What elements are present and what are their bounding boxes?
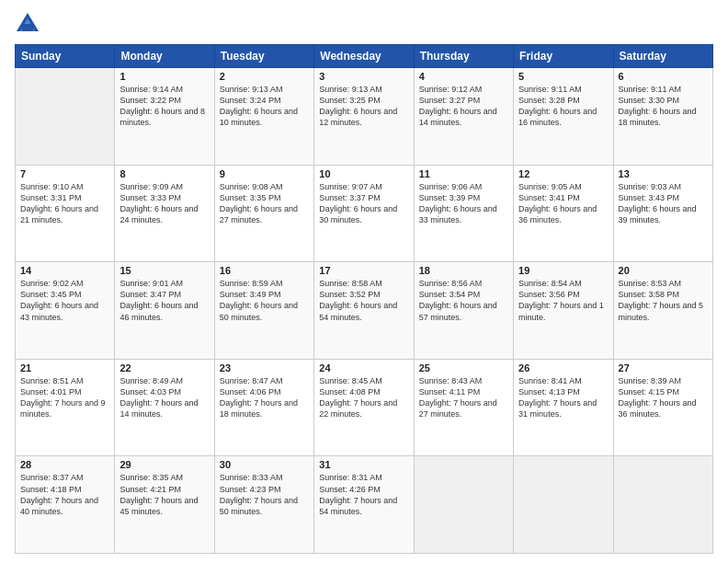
- sunset-text: Sunset: 3:41 PM: [518, 193, 580, 202]
- sunrise-text: Sunrise: 8:31 AM: [319, 473, 382, 482]
- sunset-text: Sunset: 4:21 PM: [119, 485, 181, 494]
- calendar-body: 1Sunrise: 9:14 AMSunset: 3:22 PMDaylight…: [16, 68, 713, 554]
- day-number: 18: [419, 265, 508, 276]
- sunrise-text: Sunrise: 9:03 AM: [619, 182, 682, 191]
- sunset-text: Sunset: 3:49 PM: [220, 290, 281, 299]
- daylight-text: Daylight: 6 hours and 50 minutes.: [220, 301, 298, 321]
- sunrise-text: Sunrise: 8:51 AM: [20, 376, 84, 385]
- sunset-text: Sunset: 4:13 PM: [518, 387, 580, 396]
- daylight-text: Daylight: 7 hours and 9 minutes.: [20, 398, 106, 419]
- day-detail: Sunrise: 9:06 AMSunset: 3:39 PMDaylight:…: [419, 181, 508, 226]
- day-cell: 25Sunrise: 8:43 AMSunset: 4:11 PMDayligh…: [414, 359, 513, 456]
- day-number: 20: [619, 265, 708, 276]
- sunrise-text: Sunrise: 9:11 AM: [619, 85, 682, 94]
- daylight-text: Daylight: 7 hours and 5 minutes.: [619, 301, 704, 321]
- sunrise-text: Sunrise: 9:13 AM: [319, 85, 382, 94]
- day-detail: Sunrise: 9:10 AMSunset: 3:31 PMDaylight:…: [20, 181, 109, 226]
- day-detail: Sunrise: 9:03 AMSunset: 3:43 PMDaylight:…: [619, 181, 708, 226]
- daylight-text: Daylight: 6 hours and 57 minutes.: [419, 301, 497, 321]
- sunrise-text: Sunrise: 8:58 AM: [319, 279, 382, 288]
- svg-rect-2: [22, 24, 33, 31]
- day-detail: Sunrise: 9:12 AMSunset: 3:27 PMDaylight:…: [419, 84, 508, 129]
- logo-icon: [15, 11, 40, 37]
- daylight-text: Daylight: 6 hours and 36 minutes.: [518, 204, 597, 224]
- day-cell: 18Sunrise: 8:56 AMSunset: 3:54 PMDayligh…: [414, 262, 513, 360]
- day-cell: 16Sunrise: 8:59 AMSunset: 3:49 PMDayligh…: [214, 262, 313, 360]
- page: SundayMondayTuesdayWednesdayThursdayFrid…: [0, 0, 728, 563]
- sunset-text: Sunset: 3:43 PM: [619, 193, 680, 202]
- sunset-text: Sunset: 3:28 PM: [518, 96, 580, 105]
- sunrise-text: Sunrise: 9:11 AM: [518, 85, 582, 94]
- sunrise-text: Sunrise: 9:06 AM: [419, 182, 483, 191]
- daylight-text: Daylight: 6 hours and 24 minutes.: [119, 204, 198, 224]
- daylight-text: Daylight: 7 hours and 14 minutes.: [119, 398, 198, 419]
- day-number: 24: [319, 362, 408, 373]
- sunset-text: Sunset: 4:01 PM: [20, 387, 82, 396]
- day-number: 17: [319, 265, 408, 276]
- day-detail: Sunrise: 9:02 AMSunset: 3:45 PMDaylight:…: [20, 278, 109, 323]
- day-cell: 6Sunrise: 9:11 AMSunset: 3:30 PMDaylight…: [613, 68, 712, 166]
- daylight-text: Daylight: 7 hours and 45 minutes.: [119, 496, 198, 516]
- sunrise-text: Sunrise: 9:09 AM: [119, 182, 183, 191]
- sunrise-text: Sunrise: 8:45 AM: [319, 376, 382, 385]
- sunset-text: Sunset: 3:22 PM: [119, 96, 181, 105]
- daylight-text: Daylight: 6 hours and 43 minutes.: [20, 301, 98, 321]
- day-detail: Sunrise: 8:43 AMSunset: 4:11 PMDaylight:…: [419, 375, 508, 420]
- day-number: 5: [518, 71, 608, 82]
- day-detail: Sunrise: 9:13 AMSunset: 3:25 PMDaylight:…: [319, 84, 408, 129]
- sunrise-text: Sunrise: 8:59 AM: [220, 279, 283, 288]
- day-detail: Sunrise: 8:58 AMSunset: 3:52 PMDaylight:…: [319, 278, 408, 323]
- day-cell: 8Sunrise: 9:09 AMSunset: 3:33 PMDaylight…: [115, 165, 214, 262]
- sunrise-text: Sunrise: 8:39 AM: [619, 376, 682, 385]
- day-number: 25: [419, 362, 508, 373]
- sunrise-text: Sunrise: 9:12 AM: [419, 85, 483, 94]
- week-row-5: 28Sunrise: 8:37 AMSunset: 4:18 PMDayligh…: [16, 456, 713, 554]
- sunrise-text: Sunrise: 9:13 AM: [220, 85, 283, 94]
- week-row-2: 7Sunrise: 9:10 AMSunset: 3:31 PMDaylight…: [16, 165, 713, 262]
- day-number: 2: [220, 71, 309, 82]
- day-cell: 22Sunrise: 8:49 AMSunset: 4:03 PMDayligh…: [115, 359, 214, 456]
- day-cell: 10Sunrise: 9:07 AMSunset: 3:37 PMDayligh…: [314, 165, 414, 262]
- sunset-text: Sunset: 3:47 PM: [119, 290, 181, 299]
- daylight-text: Daylight: 7 hours and 50 minutes.: [220, 496, 298, 516]
- day-cell: 7Sunrise: 9:10 AMSunset: 3:31 PMDaylight…: [16, 165, 115, 262]
- day-header-wednesday: Wednesday: [314, 45, 414, 68]
- day-cell: 2Sunrise: 9:13 AMSunset: 3:24 PMDaylight…: [214, 68, 313, 166]
- day-cell: 31Sunrise: 8:31 AMSunset: 4:26 PMDayligh…: [314, 456, 414, 554]
- day-detail: Sunrise: 9:05 AMSunset: 3:41 PMDaylight:…: [518, 181, 608, 226]
- day-detail: Sunrise: 8:47 AMSunset: 4:06 PMDaylight:…: [220, 375, 309, 420]
- sunset-text: Sunset: 3:39 PM: [419, 193, 481, 202]
- daylight-text: Daylight: 7 hours and 31 minutes.: [518, 398, 597, 419]
- day-detail: Sunrise: 9:08 AMSunset: 3:35 PMDaylight:…: [220, 181, 309, 226]
- daylight-text: Daylight: 7 hours and 36 minutes.: [619, 398, 697, 419]
- day-number: 19: [518, 265, 608, 276]
- day-number: 8: [119, 168, 209, 179]
- daylight-text: Daylight: 6 hours and 21 minutes.: [20, 204, 98, 224]
- day-cell: 23Sunrise: 8:47 AMSunset: 4:06 PMDayligh…: [214, 359, 313, 456]
- header: [15, 11, 713, 37]
- sunrise-text: Sunrise: 9:01 AM: [119, 279, 183, 288]
- logo: [15, 11, 44, 37]
- day-cell: 4Sunrise: 9:12 AMSunset: 3:27 PMDaylight…: [414, 68, 513, 166]
- day-number: 14: [20, 265, 109, 276]
- calendar-table: SundayMondayTuesdayWednesdayThursdayFrid…: [15, 44, 713, 554]
- day-cell: 20Sunrise: 8:53 AMSunset: 3:58 PMDayligh…: [613, 262, 712, 360]
- day-cell: 24Sunrise: 8:45 AMSunset: 4:08 PMDayligh…: [314, 359, 414, 456]
- day-detail: Sunrise: 8:49 AMSunset: 4:03 PMDaylight:…: [119, 375, 209, 420]
- day-number: 27: [619, 362, 708, 373]
- daylight-text: Daylight: 6 hours and 16 minutes.: [518, 107, 597, 127]
- day-detail: Sunrise: 8:35 AMSunset: 4:21 PMDaylight:…: [119, 472, 209, 517]
- day-number: 16: [220, 265, 309, 276]
- day-number: 29: [119, 459, 209, 470]
- sunset-text: Sunset: 3:33 PM: [119, 193, 181, 202]
- sunrise-text: Sunrise: 8:47 AM: [220, 376, 283, 385]
- sunrise-text: Sunrise: 9:08 AM: [220, 182, 283, 191]
- sunrise-text: Sunrise: 9:14 AM: [119, 85, 183, 94]
- day-cell: 19Sunrise: 8:54 AMSunset: 3:56 PMDayligh…: [514, 262, 613, 360]
- day-header-sunday: Sunday: [16, 45, 115, 68]
- day-number: 15: [119, 265, 209, 276]
- day-cell: 13Sunrise: 9:03 AMSunset: 3:43 PMDayligh…: [613, 165, 712, 262]
- daylight-text: Daylight: 7 hours and 54 minutes.: [319, 496, 397, 516]
- daylight-text: Daylight: 7 hours and 27 minutes.: [419, 398, 497, 419]
- daylight-text: Daylight: 6 hours and 54 minutes.: [319, 301, 397, 321]
